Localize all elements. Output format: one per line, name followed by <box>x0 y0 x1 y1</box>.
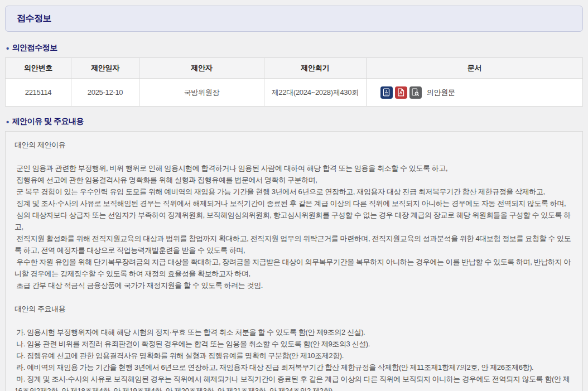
table-header-row: 의안번호 제안일자 제안자 제안회기 문서 <box>6 58 583 79</box>
hwp-file-icon[interactable] <box>380 86 393 99</box>
header-bill-no: 의안번호 <box>6 58 71 79</box>
cell-document: 의안원문 <box>366 79 582 107</box>
pdf-file-icon[interactable] <box>395 86 407 99</box>
document-label: 의안원문 <box>427 88 455 98</box>
header-proposal-date: 제안일자 <box>71 58 139 79</box>
page-title: 접수정보 <box>17 13 571 25</box>
page-title-box: 접수정보 <box>5 6 583 32</box>
bullet-icon: • <box>6 44 9 52</box>
preview-icon[interactable] <box>409 86 422 99</box>
cell-proposer: 국방위원장 <box>139 79 264 107</box>
cell-bill-no: 2215114 <box>6 79 71 107</box>
cell-proposal-date: 2025-12-10 <box>71 79 139 107</box>
table-row: 2215114 2025-12-10 국방위원장 제22대(2024~2028)… <box>6 79 583 107</box>
bill-reception-table: 의안번호 제안일자 제안자 제안회기 문서 2215114 2025-12-10… <box>5 57 583 107</box>
header-document: 문서 <box>366 58 582 79</box>
header-session: 제안회기 <box>264 58 366 79</box>
header-proposer: 제안자 <box>139 58 264 79</box>
proposal-reason-box: 대안의 제안이유 군인 임용과 관련한 부정행위, 비위 행위로 인해 임용시험… <box>5 131 583 391</box>
bill-reception-page: 접수정보 • 의안접수정보 의안번호 제안일자 제안자 제안회기 문서 2215… <box>5 6 583 391</box>
bullet-icon: • <box>6 118 9 126</box>
section-title-content-label: 제안이유 및 주요내용 <box>12 117 84 127</box>
section-title-reception: • 의안접수정보 <box>6 43 582 53</box>
proposal-reason-text: 대안의 제안이유 군인 임용과 관련한 부정행위, 비위 행위로 인해 임용시험… <box>15 139 573 391</box>
section-title-content: • 제안이유 및 주요내용 <box>6 117 582 127</box>
section-title-reception-label: 의안접수정보 <box>12 43 57 53</box>
cell-session: 제22대(2024~2028)제430회 <box>264 79 366 107</box>
